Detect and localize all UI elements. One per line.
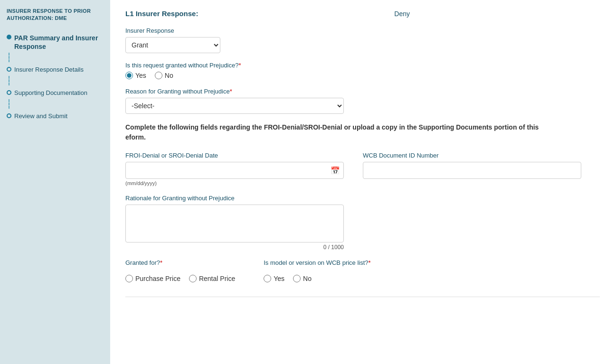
sidebar-item-supporting-documentation[interactable]: Supporting Documentation xyxy=(7,85,104,99)
without-prejudice-yes-label[interactable]: Yes xyxy=(135,72,146,79)
sidebar-item-insurer-response-details[interactable]: Insurer Response Details xyxy=(7,62,104,76)
froi-wcb-row: FROI-Denial or SROI-Denial Date 📅 (mm/dd… xyxy=(125,152,600,186)
rental-price-option[interactable]: Rental Price xyxy=(189,275,235,282)
sidebar-label-par-summary: PAR Summary and Insurer Response xyxy=(14,34,104,51)
wcb-price-yes-label[interactable]: Yes xyxy=(274,275,284,282)
insurer-response-label: Insurer Response xyxy=(125,27,600,34)
wcb-price-yes-option[interactable]: Yes xyxy=(264,275,284,282)
without-prejudice-yes-option[interactable]: Yes xyxy=(125,72,146,79)
sidebar-label-supporting-documentation: Supporting Documentation xyxy=(14,89,87,97)
char-count: 0 / 1000 xyxy=(125,244,344,251)
sidebar-dot-supporting-documentation xyxy=(7,90,11,95)
connector-1 xyxy=(9,53,9,62)
granted-for-radio-group: Purchase Price Rental Price xyxy=(125,275,235,282)
wcb-price-list-label-text: Is model or version on WCB price list? xyxy=(264,259,368,266)
sidebar-dot-insurer-response-details xyxy=(7,67,11,72)
without-prejudice-label-text: Is this request granted without Prejudic… xyxy=(125,62,238,69)
sidebar-label-insurer-response-details: Insurer Response Details xyxy=(14,66,84,74)
sidebar-dot-review-and-submit xyxy=(7,113,11,118)
without-prejudice-radio-group: Yes No xyxy=(125,72,600,79)
complete-fields-info: Complete the following fields regarding … xyxy=(125,122,553,142)
without-prejudice-no-radio[interactable] xyxy=(155,72,162,79)
wcb-price-no-label[interactable]: No xyxy=(303,275,312,282)
l1-insurer-response-value: Deny xyxy=(394,10,410,18)
wcb-price-yes-radio[interactable] xyxy=(264,275,271,282)
wcb-price-list-label: Is model or version on WCB price list?* xyxy=(264,259,370,266)
rationale-textarea[interactable] xyxy=(125,205,344,243)
purchase-price-radio[interactable] xyxy=(125,275,133,282)
sidebar-label-review-and-submit: Review and Submit xyxy=(14,112,67,121)
sidebar-header: INSURER RESPONSE TO PRIOR AUTHORIZATION:… xyxy=(7,8,104,22)
purchase-price-option[interactable]: Purchase Price xyxy=(125,275,180,282)
rationale-field: Rationale for Granting without Prejudice… xyxy=(125,195,600,251)
wcb-price-list-radio-group: Yes No xyxy=(264,275,370,282)
sidebar: INSURER RESPONSE TO PRIOR AUTHORIZATION:… xyxy=(0,0,110,364)
reason-select[interactable]: -Select- Option 1 Option 2 xyxy=(125,98,344,114)
connector-3 xyxy=(9,99,9,109)
wcb-document-label: WCB Document ID Number xyxy=(363,152,581,159)
froi-date-hint: (mm/dd/yyyy) xyxy=(125,180,344,186)
without-prejudice-no-option[interactable]: No xyxy=(155,72,173,79)
l1-insurer-response-row: L1 Insurer Response: Deny xyxy=(125,9,600,18)
insurer-response-select[interactable]: Grant Deny Pending xyxy=(125,37,220,53)
reason-label: Reason for Granting without Prejudice* xyxy=(125,88,600,95)
froi-denial-date-col: FROI-Denial or SROI-Denial Date 📅 (mm/dd… xyxy=(125,152,344,186)
granted-for-label: Granted for?* xyxy=(125,259,235,266)
purchase-price-label[interactable]: Purchase Price xyxy=(135,275,180,282)
insurer-response-field: Insurer Response Grant Deny Pending xyxy=(125,27,600,53)
granted-wcb-row: Granted for?* Purchase Price Rental Pric… xyxy=(125,259,600,282)
without-prejudice-label: Is this request granted without Prejudic… xyxy=(125,62,600,69)
rental-price-label[interactable]: Rental Price xyxy=(199,275,235,282)
reason-field: Reason for Granting without Prejudice* -… xyxy=(125,88,600,114)
without-prejudice-yes-radio[interactable] xyxy=(125,72,133,79)
wcb-price-no-option[interactable]: No xyxy=(293,275,312,282)
bottom-divider xyxy=(125,297,600,297)
wcb-price-list-asterisk: * xyxy=(369,259,371,266)
wcb-price-no-radio[interactable] xyxy=(293,275,301,282)
sidebar-dot-par-summary xyxy=(7,35,11,39)
froi-denial-date-wrap: 📅 xyxy=(125,162,344,179)
main-content: L1 Insurer Response: Deny Insurer Respon… xyxy=(110,0,615,364)
without-prejudice-no-label[interactable]: No xyxy=(165,72,173,79)
reason-asterisk: * xyxy=(230,88,232,95)
rental-price-radio[interactable] xyxy=(189,275,197,282)
rationale-label: Rationale for Granting without Prejudice xyxy=(125,195,600,202)
sidebar-item-par-summary[interactable]: PAR Summary and Insurer Response xyxy=(7,30,104,53)
wcb-document-id-col: WCB Document ID Number xyxy=(363,152,581,179)
l1-insurer-response-label: L1 Insurer Response: xyxy=(125,9,198,18)
froi-denial-date-label: FROI-Denial or SROI-Denial Date xyxy=(125,152,344,159)
connector-2 xyxy=(9,76,9,85)
without-prejudice-field: Is this request granted without Prejudic… xyxy=(125,62,600,79)
wcb-price-list-col: Is model or version on WCB price list?* … xyxy=(264,259,370,282)
wcb-document-input[interactable] xyxy=(363,162,581,179)
granted-for-col: Granted for?* Purchase Price Rental Pric… xyxy=(125,259,235,282)
froi-denial-date-input[interactable] xyxy=(125,162,344,179)
granted-for-label-text: Granted for? xyxy=(125,259,160,266)
without-prejudice-asterisk: * xyxy=(238,62,241,69)
granted-for-asterisk: * xyxy=(160,259,162,266)
sidebar-item-review-and-submit[interactable]: Review and Submit xyxy=(7,109,104,122)
reason-label-text: Reason for Granting without Prejudice xyxy=(125,88,230,95)
